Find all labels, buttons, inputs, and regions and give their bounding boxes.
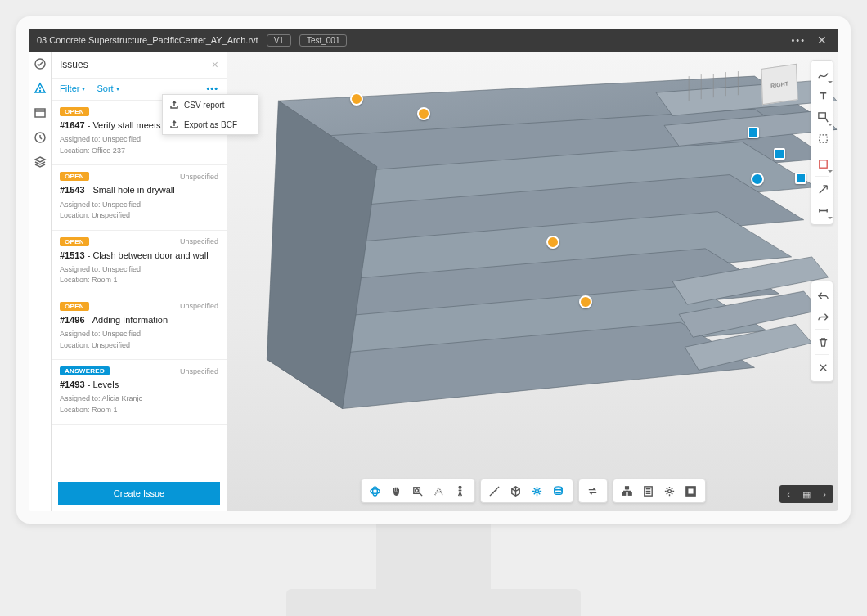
issue-location: Location: Office 237 (60, 146, 218, 157)
issue-item[interactable]: OPEN Unspecified #1496 - Adding Informat… (52, 295, 227, 360)
issue-marker[interactable] (417, 107, 430, 120)
issue-due: Unspecified (180, 367, 218, 375)
levels-icon[interactable] (548, 482, 569, 500)
issue-assigned: Assigned to: Unspecified (60, 200, 218, 211)
sheet-grid-icon[interactable]: ▦ (797, 485, 815, 503)
issue-location: Location: Unspecified (60, 210, 218, 222)
issue-marker-sq[interactable] (795, 173, 806, 184)
svg-rect-25 (818, 112, 824, 118)
sort-dropdown[interactable]: Sort (97, 83, 119, 93)
issue-due: Unspecified (180, 302, 218, 310)
rail-history-icon[interactable] (33, 130, 47, 145)
model-tools-group (613, 479, 706, 503)
monitor-stand-base (286, 589, 581, 616)
issue-marker[interactable] (546, 236, 559, 249)
freehand-tool-icon[interactable] (811, 64, 834, 85)
shape-tool-icon[interactable] (811, 153, 834, 174)
svg-point-43 (668, 489, 672, 492)
screen: 03 Concrete Superstructure_PacificCenter… (29, 29, 838, 511)
issue-item[interactable]: OPEN Unspecified #1513 - Clash between d… (52, 231, 227, 295)
issues-panel: Issues × Filter Sort ••• CSV report (52, 52, 227, 511)
panel-title: Issues (60, 59, 88, 70)
svg-point-35 (555, 489, 562, 492)
svg-rect-26 (819, 134, 826, 142)
issue-assigned: Assigned to: Alicia Kranjc (60, 393, 218, 405)
issue-title: #1543 - Small hole in drywall (60, 184, 218, 196)
arrow-tool-icon[interactable] (811, 178, 834, 200)
select-tool-icon[interactable] (811, 128, 834, 149)
issue-marker-sq[interactable] (748, 127, 759, 138)
text-tool-icon[interactable] (811, 85, 834, 106)
titlebar-close-icon[interactable]: ✕ (814, 34, 830, 47)
dimension-tool-icon[interactable] (811, 200, 834, 221)
titlebar-more-icon[interactable]: ••• (791, 35, 806, 45)
issue-assigned: Assigned to: Unspecified (60, 329, 218, 340)
close-markup-icon[interactable] (811, 357, 834, 378)
prev-sheet-icon[interactable]: ‹ (779, 485, 797, 503)
issue-marker[interactable] (350, 92, 363, 106)
viewport-3d[interactable]: RIGHT (227, 52, 838, 511)
svg-point-33 (536, 489, 539, 492)
issue-marker[interactable] (751, 173, 764, 186)
explode-icon[interactable] (527, 482, 548, 500)
pan-tool-icon[interactable] (386, 482, 407, 500)
viewcube-face-label: RIGHT (761, 64, 797, 105)
properties-icon[interactable] (638, 482, 659, 500)
redo-icon[interactable] (811, 306, 834, 327)
viewer-toolbar (361, 479, 706, 503)
switch-group (578, 479, 608, 503)
undo-icon[interactable] (811, 285, 834, 306)
next-sheet-icon[interactable]: › (815, 485, 833, 503)
view-cube[interactable]: RIGHT (761, 66, 797, 102)
issue-title: #1493 - Levels (60, 379, 218, 390)
test-pill[interactable]: Test_001 (299, 34, 348, 47)
rail-properties-icon[interactable] (33, 106, 47, 120)
status-badge: OPEN (60, 302, 89, 311)
orbit-tool-icon[interactable] (365, 482, 386, 500)
issue-marker[interactable] (579, 295, 592, 308)
issue-item[interactable]: OPEN Unspecified #1543 - Small hole in d… (52, 165, 227, 230)
delete-icon[interactable] (811, 331, 834, 353)
fullscreen-icon[interactable] (681, 482, 702, 500)
rail-checklist-icon[interactable] (33, 56, 47, 71)
export-icon (169, 100, 179, 110)
issue-title: #1496 - Adding Information (60, 314, 218, 326)
first-person-icon[interactable] (429, 482, 450, 500)
settings-icon[interactable] (659, 482, 681, 500)
building-model (227, 52, 838, 511)
issue-item[interactable]: ANSWERED Unspecified #1493 - Levels Assi… (52, 360, 227, 425)
create-issue-button[interactable]: Create Issue (58, 482, 220, 505)
issue-marker-sq[interactable] (774, 148, 785, 160)
svg-rect-37 (622, 492, 626, 495)
section-icon[interactable] (505, 482, 527, 500)
csv-report-item[interactable]: CSV report (163, 95, 258, 115)
panel-more-button[interactable]: ••• (206, 83, 218, 93)
export-bcf-item[interactable]: Export as BCF (163, 115, 258, 134)
titlebar: 03 Concrete Superstructure_PacificCenter… (29, 29, 838, 52)
model-browser-icon[interactable] (617, 482, 638, 500)
monitor-frame: 03 Concrete Superstructure_PacificCenter… (16, 16, 851, 524)
status-badge: ANSWERED (60, 366, 110, 375)
panel-header: Issues × (52, 52, 227, 79)
measure-icon[interactable] (484, 482, 505, 500)
svg-rect-3 (35, 109, 45, 117)
issue-location: Location: Room 1 (60, 275, 218, 286)
panel-footer: Create Issue (52, 475, 227, 511)
svg-point-28 (371, 488, 380, 493)
svg-rect-30 (414, 487, 420, 493)
status-badge: OPEN (60, 107, 89, 116)
rail-issues-icon[interactable] (33, 81, 47, 96)
switch-view-icon[interactable] (582, 482, 604, 500)
version-pill[interactable]: V1 (267, 34, 291, 47)
panel-close-icon[interactable]: × (212, 58, 218, 71)
issue-list[interactable]: OPEN #1647 - Verify stall meets ADA Assi… (52, 101, 227, 475)
markup-toolbar (811, 60, 833, 225)
rail-layers-icon[interactable] (33, 155, 47, 169)
filter-dropdown[interactable]: Filter (60, 83, 85, 93)
issue-due: Unspecified (180, 237, 218, 245)
sheet-nav: ‹ ▦ › (779, 485, 833, 503)
walk-icon[interactable] (450, 482, 471, 500)
svg-point-31 (416, 488, 419, 492)
callout-tool-icon[interactable] (811, 106, 834, 128)
zoom-tool-icon[interactable] (407, 482, 429, 500)
